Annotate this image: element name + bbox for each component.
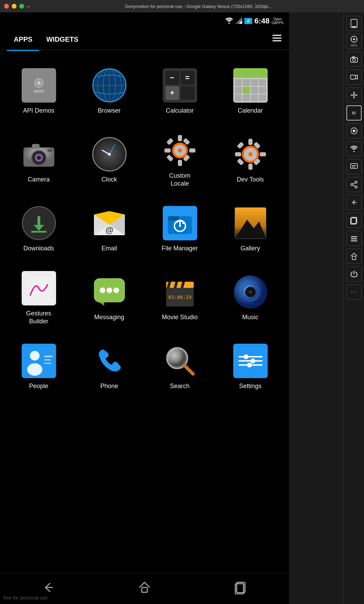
sidebar-gps-button[interactable]: GPS: [346, 34, 362, 49]
svg-rect-30: [178, 135, 182, 141]
title-bar: ∞ Genymotion for personal use - Google G…: [0, 0, 364, 12]
app-item-settings[interactable]: Settings: [215, 333, 286, 402]
svg-rect-87: [44, 356, 53, 357]
svg-point-41: [248, 152, 253, 156]
maximize-dot[interactable]: [19, 4, 24, 9]
svg-rect-4: [272, 40, 281, 41]
sidebar-record-button[interactable]: [346, 123, 362, 138]
sidebar-home-button[interactable]: [346, 249, 362, 264]
app-item-phone[interactable]: Phone: [74, 333, 144, 402]
dev-tools-icon: [233, 137, 268, 171]
recents-button[interactable]: [234, 581, 248, 597]
app-item-dev-tools[interactable]: Dev Tools: [215, 126, 286, 195]
watermark-text: free for personal use: [3, 595, 47, 601]
app-label-settings: Settings: [239, 382, 261, 390]
sidebar-share-button[interactable]: [346, 177, 362, 192]
app-item-clock[interactable]: Clock: [74, 126, 144, 195]
sidebar-recents-button[interactable]: [346, 213, 362, 228]
svg-marker-69: [99, 302, 104, 306]
sidebar-sms-button[interactable]: [346, 159, 362, 174]
app-item-music[interactable]: Music: [215, 264, 286, 333]
sidebar-menu-button[interactable]: [346, 231, 362, 246]
app-label-clock: Clock: [101, 176, 117, 184]
app-label-calculator: Calculator: [166, 107, 194, 115]
people-icon: [22, 344, 56, 378]
sidebar-video-button[interactable]: [346, 70, 362, 85]
api-demos-icon: [22, 68, 56, 103]
svg-point-29: [178, 148, 182, 153]
app-grid: API Demos Browser: [0, 50, 289, 573]
calculator-icon: − = +: [163, 68, 197, 103]
tab-widgets[interactable]: WIDGETS: [39, 29, 85, 50]
home-button[interactable]: [138, 581, 151, 597]
svg-rect-20: [47, 149, 52, 152]
app-item-camera[interactable]: Camera: [3, 126, 74, 195]
app-item-movie-studio[interactable]: 03:06:29 Movie Studio: [144, 264, 215, 333]
svg-marker-114: [353, 97, 355, 98]
svg-point-10: [37, 81, 41, 85]
app-label-file-manager: File Manager: [162, 244, 198, 252]
minimize-dot[interactable]: [12, 4, 17, 9]
app-item-search[interactable]: Search: [144, 333, 215, 402]
app-item-messaging[interactable]: Messaging: [74, 264, 144, 333]
svg-point-85: [30, 351, 40, 361]
app-item-email[interactable]: @ Email: [74, 195, 144, 264]
browser-icon: [92, 68, 127, 103]
app-item-downloads[interactable]: Downloads: [3, 195, 74, 264]
app-item-gallery[interactable]: Gallery: [215, 195, 286, 264]
sidebar-camera-button[interactable]: [346, 52, 362, 67]
app-item-custom-locale[interactable]: CustomLocale: [144, 126, 215, 195]
app-item-file-manager[interactable]: File Manager: [144, 195, 215, 264]
svg-point-127: [355, 186, 357, 188]
svg-rect-135: [352, 256, 356, 260]
svg-rect-42: [248, 139, 253, 145]
close-dot[interactable]: [4, 4, 9, 9]
svg-line-93: [184, 365, 193, 374]
svg-point-25: [36, 155, 38, 156]
sidebar-back-button[interactable]: [346, 195, 362, 210]
back-button[interactable]: [41, 581, 55, 597]
svg-rect-33: [189, 148, 195, 153]
tab-settings-button[interactable]: [272, 33, 282, 46]
svg-point-125: [355, 181, 357, 183]
svg-rect-59: [168, 216, 179, 220]
genymotion-logo: ∞: [27, 4, 30, 9]
app-item-calculator[interactable]: − = + Calculator: [144, 57, 215, 126]
sidebar-id-button[interactable]: ID: [346, 105, 362, 121]
svg-point-118: [353, 129, 355, 132]
sidebar-wifi-button[interactable]: [346, 141, 362, 156]
app-label-search: Search: [170, 382, 190, 390]
app-label-custom-locale: CustomLocale: [169, 172, 190, 188]
svg-marker-116: [356, 94, 357, 96]
svg-marker-115: [351, 94, 352, 96]
camera-icon: [22, 137, 56, 171]
movie-studio-icon: 03:06:29: [163, 275, 197, 309]
search-icon: [163, 344, 197, 378]
svg-rect-3: [272, 38, 281, 39]
app-item-calendar[interactable]: Calendar: [215, 57, 286, 126]
svg-rect-99: [352, 26, 356, 27]
sidebar-more-button[interactable]: ···: [346, 284, 362, 300]
sidebar-move-button[interactable]: [346, 87, 362, 103]
svg-point-0: [228, 22, 230, 24]
svg-line-128: [353, 183, 355, 184]
sidebar-power-button[interactable]: [346, 267, 362, 282]
sidebar-storage-button[interactable]: [346, 16, 362, 31]
svg-text:@: @: [105, 225, 113, 235]
app-label-api-demos: API Demos: [23, 107, 54, 115]
tab-apps[interactable]: APPS: [7, 29, 39, 50]
app-item-browser[interactable]: Browser: [74, 57, 144, 126]
svg-rect-48: [237, 158, 244, 166]
app-label-camera: Camera: [28, 176, 50, 184]
app-item-gestures-builder[interactable]: GesturesBuilder: [3, 264, 74, 333]
app-label-email: Email: [101, 244, 117, 252]
svg-point-121: [353, 151, 355, 152]
app-item-api-demos[interactable]: API Demos: [3, 57, 74, 126]
svg-rect-32: [164, 148, 171, 153]
app-label-downloads: Downloads: [23, 244, 54, 252]
svg-point-62: [179, 225, 181, 227]
status-time: 6:48: [254, 17, 269, 25]
svg-point-105: [353, 38, 355, 40]
app-label-music: Music: [242, 313, 258, 321]
app-item-people[interactable]: People: [3, 333, 74, 402]
